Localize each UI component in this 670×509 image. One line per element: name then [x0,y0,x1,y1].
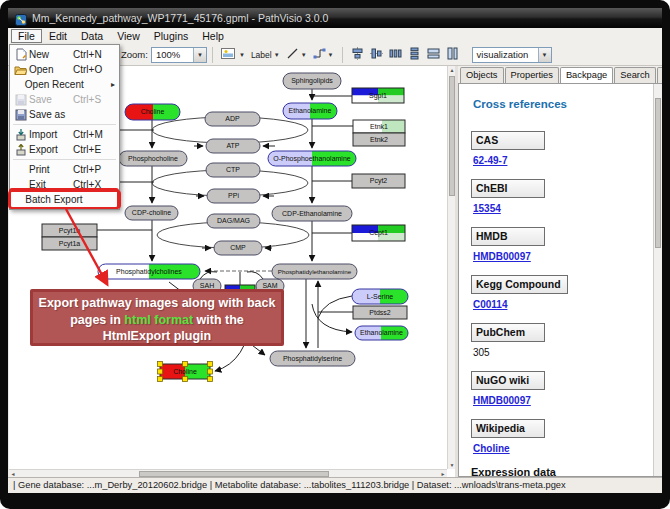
pathway-node-sphingolipids[interactable]: Sphingolipids [283,73,341,89]
title-bar[interactable]: Mm_Kennedy_pathway_WP1771_45176.gpml - P… [8,8,662,28]
pathway-node-phosphatidylserine[interactable]: Phosphatidylserine [270,351,355,366]
pathway-node-ethanolamine-2[interactable]: Ethanolamine [355,326,408,340]
node-label: O-Phosphoethanolamine [273,155,351,163]
dropdown-arrow-icon[interactable]: ▼ [538,48,551,62]
menu-edit[interactable]: Edit [42,29,74,43]
match-width-button[interactable] [425,46,442,64]
canvas-horizontal-scrollbar[interactable]: ◄ ► [9,469,447,477]
align-center-y-button[interactable] [368,46,385,64]
pathway-node-pcyt1b[interactable]: Pcyt1b [42,224,97,237]
tab-properties[interactable]: Properties [505,67,559,83]
selection-handle[interactable] [158,369,163,374]
crossref-section-pubchem: PubChem305 [471,322,661,358]
menu-view[interactable]: View [110,29,147,43]
crossref-link[interactable]: Choline [473,443,661,454]
pathway-node-ptdss2[interactable]: Ptdss2 [353,306,407,319]
file-menu-item-open-recent[interactable]: Open Recent▸ [10,77,119,92]
pathway-node-choline-selected[interactable]: Choline [158,362,213,382]
selection-handle[interactable] [183,377,188,382]
pathway-node-phosphocholine[interactable]: Phosphocholine [119,151,187,166]
selection-handle[interactable] [183,362,188,367]
file-menu-item-import[interactable]: ImportCtrl+M [10,127,119,142]
pathway-node-o-phosphoethanolamine[interactable]: O-Phosphoethanolamine [268,151,356,166]
pathway-node-ethanolamine[interactable]: Ethanolamine [283,103,337,119]
pathvisio-window: Mm_Kennedy_pathway_WP1771_45176.gpml - P… [8,8,662,493]
menu-item-shortcut: Ctrl+X [73,179,109,190]
pathway-node-cept1[interactable]: Cept1 [352,225,405,241]
file-menu-item-batch-export[interactable]: Batch Export [10,192,119,207]
file-menu-item-save[interactable]: SaveCtrl+S [10,92,119,107]
file-menu-item-export[interactable]: ExportCtrl+E [10,142,119,157]
panel-vertical-scrollbar[interactable] [653,84,662,476]
menu-separator [13,159,116,160]
pathway-node-choline[interactable]: Choline [125,104,180,120]
selection-handle[interactable] [208,377,213,382]
menu-help[interactable]: Help [195,29,231,43]
file-menu-item-new[interactable]: NewCtrl+N [10,47,119,62]
distribute-horizontal-button[interactable] [387,46,404,64]
menu-data[interactable]: Data [74,29,110,43]
pathway-node-adp[interactable]: ADP [205,112,260,126]
expression-data-heading: Expression data [471,466,661,477]
pathway-node-ctp[interactable]: CTP [206,163,260,177]
toolbar-buttons: ▼Label▼▼▼ [218,46,462,64]
selection-handle[interactable] [158,362,163,367]
pathway-curve [200,272,217,279]
dropdown-arrow-icon[interactable]: ▼ [328,52,334,58]
file-menu-item-open[interactable]: OpenCtrl+O [10,62,119,77]
pathway-node-phosphatidylethanolamine[interactable]: Phosphatidylethanolamine [272,264,357,279]
tab-backpage[interactable]: Backpage [560,67,613,83]
align-center-x-button[interactable] [349,46,366,64]
pathway-node-dag[interactable]: DAG/MAG [207,214,260,228]
tab-objects[interactable]: Objects [460,67,504,83]
menu-file[interactable]: File [11,29,42,43]
file-menu-item-exit[interactable]: ExitCtrl+X [10,177,119,192]
pathway-node-cdp-choline[interactable]: CDP-choline [125,206,178,220]
node-label: PPi [228,192,239,199]
save-as-icon [12,109,29,121]
visualization-combobox[interactable]: visualization ▼ [472,47,552,63]
pathway-node-phosphatidylcholines[interactable]: Phosphatidylcholines [98,264,200,279]
pathway-node-cmp[interactable]: CMP [214,241,262,255]
zoom-combobox[interactable]: 100% ▼ [151,47,207,63]
menu-item-label: Export [29,144,73,155]
selection-handle[interactable] [208,362,213,367]
connector-dropdown-button[interactable]: ▼ [311,46,336,64]
pathway-node-l-serine[interactable]: L-Serine [352,289,408,304]
tab-legend[interactable]: Legend [657,67,662,83]
dropdown-arrow-icon[interactable]: ▼ [301,52,307,58]
menu-item-label: Save [29,94,73,105]
crossref-link[interactable]: C00114 [473,299,661,310]
scrollbar-thumb[interactable] [655,98,661,248]
pathway-node-etnk2[interactable]: Etnk2 [353,133,405,146]
pathway-node-pcyt2[interactable]: Pcyt2 [352,174,405,188]
pathway-node-sgpl1[interactable]: Sgpl1 [352,88,404,103]
pathway-node-cdp-ethanolamine[interactable]: CDP-Ethanolamine [272,206,352,221]
dropdown-arrow-icon[interactable]: ▼ [193,48,206,62]
pathway-node-atp[interactable]: ATP [206,139,260,153]
node-label: ADP [225,115,240,122]
canvas-vertical-scrollbar[interactable]: ▲ ▼ [447,66,455,469]
selection-handle[interactable] [158,377,163,382]
match-height-button[interactable] [444,46,461,64]
crossref-link[interactable]: 62-49-7 [473,155,661,166]
node-label: Etnk1 [370,123,388,130]
dropdown-arrow-icon[interactable]: ▼ [274,52,280,58]
selection-handle[interactable] [208,369,213,374]
distribute-vertical-button[interactable] [406,46,423,64]
pathway-node-pcyt1a[interactable]: Pcyt1a [42,237,97,250]
pathway-node-etnk1[interactable]: Etnk1 [353,120,405,133]
menu-plugins[interactable]: Plugins [147,29,195,43]
file-menu-item-print[interactable]: PrintCtrl+P [10,162,119,177]
line-dropdown-button[interactable]: ▼ [284,46,309,64]
dropdown-arrow-icon[interactable]: ▼ [239,52,245,58]
tab-search[interactable]: Search [614,67,655,83]
crossref-link[interactable]: HMDB00097 [473,251,661,262]
crossref-link[interactable]: HMDB00097 [473,395,661,406]
datanode-dropdown-button[interactable]: ▼ [219,46,247,64]
label-dropdown-button[interactable]: Label▼ [249,46,282,64]
file-menu-item-save-as[interactable]: Save as [10,107,119,122]
save-icon [12,94,29,106]
crossref-link[interactable]: 15354 [473,203,661,214]
pathway-node-ppi[interactable]: PPi [207,189,260,203]
